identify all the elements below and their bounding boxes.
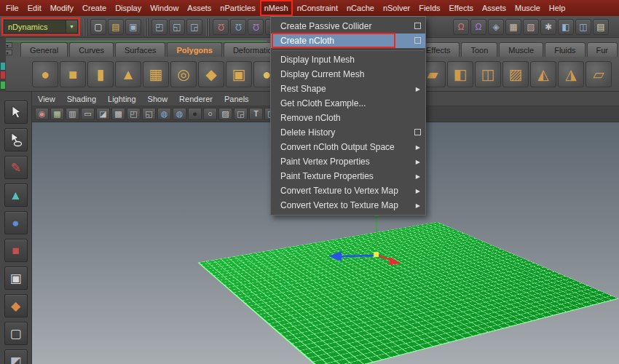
panel-layout-icon[interactable]: ◫ — [575, 19, 591, 35]
lock-icon[interactable]: ◈ — [488, 19, 504, 35]
menu-nconstraint[interactable]: nConstraint — [293, 0, 342, 16]
menu-help[interactable]: Help — [545, 0, 570, 16]
menu-modify[interactable]: Modify — [46, 0, 78, 16]
menu-edit[interactable]: Edit — [23, 0, 46, 16]
new-scene-icon[interactable]: ▢ — [90, 19, 106, 35]
option-box-icon[interactable] — [414, 129, 421, 135]
menu-item-create-ncloth[interactable]: Create nCloth ▶ — [271, 33, 425, 48]
globe-icon[interactable]: ◍ — [157, 108, 171, 120]
open-scene-icon[interactable]: ▤ — [108, 19, 124, 35]
menu-nmesh[interactable]: nMesh — [260, 0, 293, 16]
poly-cone-icon[interactable]: ▲ — [115, 61, 141, 87]
poly-pipe-icon[interactable]: ▣ — [226, 61, 252, 87]
manipulator-z-arrow[interactable] — [328, 251, 342, 261]
dropdown-arrow-icon[interactable]: ▼ — [66, 20, 78, 33]
manipulator-center-handle[interactable] — [374, 252, 379, 257]
magnet-icon[interactable]: Ω — [453, 19, 469, 35]
x-box-icon[interactable]: ◲ — [234, 108, 248, 120]
poly-cube-icon[interactable]: ■ — [60, 61, 86, 87]
panel-menu-show[interactable]: Show — [142, 95, 174, 103]
mesh-tool-icon[interactable]: ◭ — [530, 61, 556, 87]
menu-effects[interactable]: Effects — [445, 0, 478, 16]
black-circle-icon[interactable]: ● — [188, 108, 202, 120]
menu-ncache[interactable]: nCache — [342, 0, 379, 16]
globe-icon[interactable]: ◍ — [173, 108, 186, 120]
menu-item-delete-history[interactable]: Delete History ▶ — [271, 125, 425, 140]
shelf-tab-fur[interactable]: Fur — [587, 42, 618, 57]
scale-tool-icon[interactable]: ■ — [4, 239, 28, 262]
shelf-tab-muscle[interactable]: Muscle — [499, 42, 543, 57]
camera-selection-icon[interactable]: ◉ — [35, 108, 49, 120]
menu-create[interactable]: Create — [78, 0, 111, 16]
shelf-tab-curves[interactable]: Curves — [69, 42, 114, 57]
gate-mask-icon[interactable]: ◪ — [96, 108, 110, 120]
toolbar-divider[interactable] — [205, 18, 210, 36]
toolbar-divider[interactable] — [143, 18, 149, 36]
resolution-gate-icon[interactable]: ▭ — [81, 108, 95, 120]
panel-menu-lighting[interactable]: Lighting — [102, 95, 142, 103]
mesh-tool-icon[interactable]: ▨ — [502, 61, 529, 87]
mesh-tool-icon[interactable]: ◫ — [475, 61, 501, 87]
poly-cylinder-icon[interactable]: ▮ — [87, 61, 114, 87]
menu-assets-2[interactable]: Assets — [478, 0, 510, 16]
menu-item-paint-texture-properties[interactable]: Paint Texture Properties ▶ — [271, 169, 425, 183]
safe-action-icon[interactable]: ◰ — [127, 108, 141, 120]
tool-button[interactable]: ▢ — [4, 322, 28, 345]
grid-icon[interactable]: ▦ — [50, 108, 64, 120]
poly-torus-icon[interactable]: ◎ — [170, 61, 197, 87]
panel-menu-shading[interactable]: Shading — [61, 95, 102, 103]
snap-to-curves-icon[interactable]: Ω — [230, 19, 246, 35]
menu-item-remove-ncloth[interactable]: Remove nCloth ▶ — [271, 111, 425, 125]
field-chart-icon[interactable]: ▩ — [111, 108, 125, 120]
snap-to-grids-icon[interactable]: Ω — [213, 19, 229, 35]
poly-sphere-icon[interactable]: ● — [32, 61, 58, 87]
save-scene-icon[interactable]: ▣ — [125, 19, 141, 35]
move-tool-icon[interactable]: ▲ — [4, 183, 28, 207]
menu-window[interactable]: Window — [146, 0, 183, 16]
magnet-icon[interactable]: Ω — [470, 19, 486, 35]
shelf-tab-fluids[interactable]: Fluids — [545, 42, 585, 57]
option-box-icon[interactable] — [414, 23, 421, 29]
menu-item-convert-texture-to-vertex-map[interactable]: Convert Texture to Vertex Map ▶ — [271, 183, 425, 198]
paint-select-tool-icon[interactable]: ✎ — [4, 156, 28, 179]
safe-title-icon[interactable]: ◱ — [142, 108, 156, 120]
menu-item-convert-ncloth-output-space[interactable]: Convert nCloth Output Space ▶ — [271, 140, 425, 154]
menu-item-rest-shape[interactable]: Rest Shape ▶ — [271, 82, 425, 96]
move-manipulator[interactable] — [320, 210, 414, 268]
render-settings-icon[interactable]: ✱ — [540, 19, 556, 35]
render-current-frame-icon[interactable]: ▦ — [505, 19, 521, 35]
option-box-icon[interactable] — [414, 37, 421, 44]
select-component-icon[interactable]: ◲ — [186, 19, 202, 35]
menu-item-display-input-mesh[interactable]: Display Input Mesh ▶ — [271, 52, 425, 67]
ipr-render-icon[interactable]: ▧ — [523, 19, 539, 35]
shelf-tab-general[interactable]: General — [20, 42, 68, 57]
shelf-tab-surfaces[interactable]: Surfaces — [115, 42, 165, 57]
snap-to-points-icon[interactable]: Ω — [248, 19, 264, 35]
mesh-tool-icon[interactable]: ◧ — [447, 61, 473, 87]
soft-modification-tool-icon[interactable]: ◆ — [4, 294, 28, 317]
lasso-tool-icon[interactable] — [4, 128, 28, 151]
menu-file[interactable]: File — [1, 0, 23, 16]
menu-item-convert-vertex-to-texture-map[interactable]: Convert Vertex to Texture Map ▶ — [271, 198, 425, 213]
menu-item-create-passive-collider[interactable]: Create Passive Collider ▶ — [271, 19, 425, 33]
menu-muscle[interactable]: Muscle — [510, 0, 545, 16]
menu-item-get-ncloth-example[interactable]: Get nCloth Example... ▶ — [271, 96, 425, 111]
shelf-tab-polygons[interactable]: Polygons — [167, 42, 222, 57]
rotate-tool-icon[interactable]: ● — [4, 211, 28, 234]
menu-nsolver[interactable]: nSolver — [379, 0, 414, 16]
panel-layout-icon[interactable]: ◧ — [558, 19, 574, 35]
menu-assets[interactable]: Assets — [183, 0, 216, 16]
white-circle-icon[interactable]: ○ — [203, 108, 217, 120]
menu-nparticles[interactable]: nParticles — [216, 0, 259, 16]
panel-menu-view[interactable]: View — [32, 95, 61, 103]
notepad-icon[interactable]: ▤ — [593, 19, 609, 35]
film-gate-icon[interactable]: ▥ — [66, 108, 79, 120]
text-tool-icon[interactable]: T — [249, 108, 263, 120]
mesh-tool-icon[interactable]: ▱ — [586, 61, 612, 87]
panel-menu-renderer[interactable]: Renderer — [173, 95, 218, 103]
menu-display[interactable]: Display — [111, 0, 146, 16]
select-hierarchy-icon[interactable]: ◰ — [151, 19, 167, 35]
poly-plane-icon[interactable]: ▦ — [143, 61, 169, 87]
manipulator-x-arrow[interactable] — [389, 257, 401, 265]
universal-manipulator-tool-icon[interactable]: ▣ — [4, 266, 28, 290]
